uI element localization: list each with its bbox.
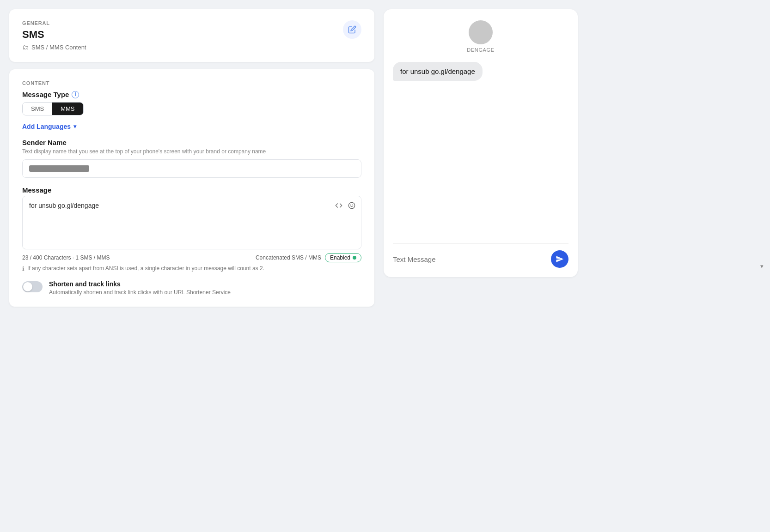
phone-preview: DENGAGE for unsub go.gl/dengage [384, 9, 578, 277]
enabled-dot-icon [353, 256, 356, 260]
message-type-toggle: SMS MMS [22, 102, 84, 115]
message-group: Message for unsub go.gl/dengage [22, 186, 361, 272]
char-count-row: 23 / 400 Characters · 1 SMS / MMS Concat… [22, 253, 361, 262]
left-panel: GENERAL SMS 🗂 SMS / MMS Content CONTENT … [9, 9, 374, 307]
info-circle-icon: ℹ [22, 266, 24, 272]
general-card-info: GENERAL SMS 🗂 SMS / MMS Content [22, 20, 343, 51]
textarea-toolbar [334, 201, 356, 212]
toggle-knob [23, 282, 32, 291]
page-title: SMS [22, 29, 343, 41]
shorten-track-group: Shorten and track links Automatically sh… [22, 280, 361, 296]
sender-name-group: Sender Name Text display name that you s… [22, 139, 361, 178]
add-languages-button[interactable]: Add Languages ▾ [22, 123, 76, 130]
content-section-label: CONTENT [22, 80, 361, 86]
phone-text-input[interactable] [393, 255, 546, 263]
edit-button[interactable] [343, 20, 361, 39]
code-icon[interactable] [334, 201, 343, 212]
message-textarea[interactable]: for unsub go.gl/dengage [23, 196, 361, 247]
enabled-badge: Enabled [325, 253, 361, 262]
send-button[interactable] [551, 250, 568, 268]
message-type-group: Message Type i SMS MMS [22, 91, 361, 115]
shorten-info: Shorten and track links Automatically sh… [49, 280, 231, 296]
sender-name-description: Text display name that you see at the to… [22, 148, 361, 155]
content-card: CONTENT Message Type i SMS MMS Add Langu… [9, 69, 374, 307]
concatenated-sms-group: Concatenated SMS / MMS Enabled [256, 253, 361, 262]
breadcrumb-text: SMS / MMS Content [31, 44, 86, 51]
sms-toggle-btn[interactable]: SMS [23, 103, 52, 115]
phone-input-row [393, 243, 568, 268]
sender-name-label: Sender Name [22, 139, 361, 146]
general-section-label: GENERAL [22, 20, 343, 26]
message-bubble-area: for unsub go.gl/dengage [393, 62, 568, 243]
message-type-label: Message Type i [22, 91, 361, 98]
shorten-title: Shorten and track links [49, 280, 231, 288]
contact-name: DENGAGE [467, 47, 495, 53]
svg-point-0 [348, 202, 354, 208]
message-textarea-wrapper: for unsub go.gl/dengage [22, 196, 361, 249]
shorten-description: Automatically shorten and track link cli… [49, 289, 231, 296]
general-card: GENERAL SMS 🗂 SMS / MMS Content [9, 9, 374, 62]
ansi-warning: ℹ If any character sets apart from ANSI … [22, 265, 361, 272]
folder-icon: 🗂 [22, 43, 29, 51]
message-label: Message [22, 186, 361, 194]
emoji-icon[interactable] [347, 201, 356, 212]
mms-toggle-btn[interactable]: MMS [52, 103, 83, 115]
sender-name-redacted [29, 165, 89, 172]
shorten-toggle-switch[interactable] [22, 281, 43, 292]
phone-header: DENGAGE [393, 20, 568, 53]
sender-chevron-down-icon: ▾ [760, 263, 764, 270]
message-bubble: for unsub go.gl/dengage [393, 62, 483, 81]
avatar [469, 20, 493, 44]
message-type-info-icon[interactable]: i [72, 91, 79, 98]
char-count: 23 / 400 Characters · 1 SMS / MMS [22, 254, 110, 261]
right-panel: DENGAGE for unsub go.gl/dengage [384, 9, 578, 277]
breadcrumb: 🗂 SMS / MMS Content [22, 43, 343, 51]
chevron-down-icon: ▾ [73, 123, 76, 130]
sender-name-select[interactable]: ▾ [22, 159, 361, 178]
